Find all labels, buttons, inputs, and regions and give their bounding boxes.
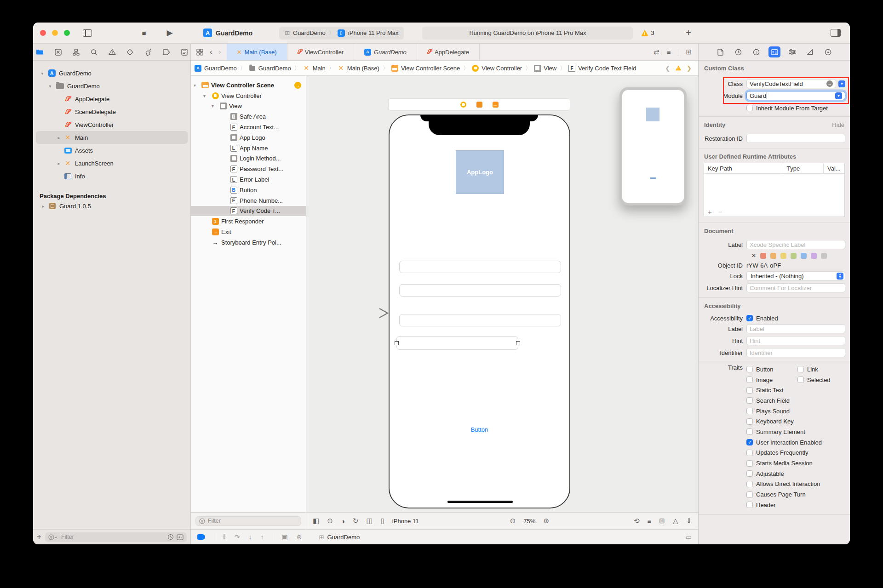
outline-scene[interactable]: ▾ View Controller Scene →: [191, 80, 306, 91]
navigator-toggle-icon[interactable]: [83, 29, 92, 37]
outline-view-controller[interactable]: ▾ View Controller: [191, 91, 306, 101]
swatch-blue[interactable]: [801, 253, 807, 259]
nav-item-project-root[interactable]: ▾ A GuardDemo: [33, 67, 190, 80]
recent-files-icon[interactable]: [167, 534, 174, 540]
interface-builder-canvas[interactable]: → AppLogo Button: [306, 76, 698, 512]
connections-inspector-icon[interactable]: [822, 46, 834, 57]
trait-page-turn-checkbox[interactable]: [746, 491, 753, 498]
disclosure-open-icon[interactable]: ▾: [212, 103, 214, 108]
pause-icon[interactable]: ‖: [223, 533, 226, 541]
memory-graph-icon[interactable]: ⊛: [297, 533, 302, 541]
report-navigator-icon[interactable]: [181, 49, 188, 56]
zoom-out-icon[interactable]: ⊖: [510, 517, 516, 525]
console-toggle-icon[interactable]: ▭: [686, 533, 692, 541]
storyboard-entry-arrow[interactable]: [344, 307, 390, 319]
split-preview-icon[interactable]: ◫: [366, 517, 373, 525]
class-field[interactable]: VerifyCodeTextField →: [746, 79, 836, 88]
outline-password-textfield[interactable]: F Password Text...: [191, 164, 306, 174]
account-textfield[interactable]: [399, 261, 561, 273]
add-attribute-button[interactable]: +: [708, 208, 712, 216]
nav-item-main-storyboard[interactable]: ▸ ✕ Main: [36, 131, 188, 144]
view-controller-icon[interactable]: [460, 102, 466, 108]
swatch-yellow[interactable]: [780, 253, 786, 259]
nav-item-appdelegate[interactable]: 𝓢 AppDelegate: [33, 92, 190, 105]
column-type[interactable]: Type: [783, 163, 824, 173]
column-key-path[interactable]: Key Path: [704, 163, 783, 173]
nav-item-launchscreen[interactable]: ▸ ✕ LaunchScreen: [33, 157, 190, 170]
a11y-hint-field[interactable]: Hint: [746, 336, 845, 345]
trait-adjustable-checkbox[interactable]: [746, 470, 753, 477]
source-control-status-icon[interactable]: [177, 534, 183, 540]
tab-appdelegate[interactable]: 𝓢 AppDelegate: [417, 44, 480, 60]
disclosure-closed-icon[interactable]: ▸: [56, 161, 62, 166]
minimize-button[interactable]: [52, 30, 58, 36]
warning-badge[interactable]: 3: [641, 29, 654, 36]
navigator-filter-input[interactable]: Filter: [45, 532, 187, 542]
resize-handle-left[interactable]: [395, 341, 399, 345]
code-review-icon[interactable]: ⇄: [654, 48, 659, 56]
outline-filter-input[interactable]: Filter: [195, 516, 301, 526]
new-tab-button[interactable]: +: [682, 28, 694, 38]
trait-header-checkbox[interactable]: [746, 502, 753, 508]
outline-login-method[interactable]: Login Method...: [191, 154, 306, 164]
trait-plays-sound-checkbox[interactable]: [746, 408, 753, 414]
resolve-layout-icon[interactable]: △: [673, 517, 678, 525]
trait-link-checkbox[interactable]: [797, 366, 804, 372]
stop-button[interactable]: ■: [138, 29, 150, 37]
outline-button[interactable]: B Button: [191, 185, 306, 195]
tab-guarddemo[interactable]: A GuardDemo: [354, 44, 417, 60]
add-constraints-icon[interactable]: ⊞: [659, 517, 665, 525]
crumb-verify-code-field[interactable]: FVerify Code Text Field: [568, 65, 636, 72]
swatch-gray[interactable]: [821, 253, 827, 259]
view-controller-scene[interactable]: AppLogo Button: [389, 114, 570, 508]
debug-navigator-icon[interactable]: [144, 49, 151, 56]
warning-icon[interactable]: [676, 65, 682, 70]
nav-item-assets[interactable]: Assets: [33, 144, 190, 157]
module-field[interactable]: Guard ▾: [746, 91, 845, 100]
lock-dropdown[interactable]: Inherited - (Nothing) ▲▼: [746, 271, 845, 281]
trait-keyboard-key-checkbox[interactable]: [746, 418, 753, 425]
crumb-view-controller[interactable]: View Controller: [472, 65, 522, 72]
zoom-in-icon[interactable]: ⊕: [543, 517, 549, 525]
nav-item-info[interactable]: Info: [33, 170, 190, 183]
swatch-green[interactable]: [791, 253, 797, 259]
scheme-selector[interactable]: ⊞ GuardDemo 〉 ▯ iPhone 11 Pro Max: [279, 27, 404, 40]
exit-icon[interactable]: →: [493, 102, 499, 108]
app-logo-imageview[interactable]: AppLogo: [456, 150, 504, 194]
inherit-module-checkbox[interactable]: [746, 105, 753, 111]
device-preview-thumbnail[interactable]: [619, 87, 687, 206]
trait-user-interaction-checkbox[interactable]: [746, 439, 753, 445]
next-issue-icon[interactable]: ❯: [687, 65, 692, 72]
no-color-button[interactable]: ✕: [751, 252, 756, 259]
hide-outline-icon[interactable]: ◧: [313, 517, 319, 525]
swatch-red[interactable]: [760, 253, 766, 259]
scene-dock[interactable]: →: [388, 98, 570, 111]
disclosure-open-icon[interactable]: ▾: [203, 93, 206, 98]
crumb-main[interactable]: ✕Main: [303, 65, 326, 72]
crumb-group[interactable]: GuardDemo: [249, 65, 291, 72]
go-arrow-icon[interactable]: →: [294, 82, 301, 89]
help-inspector-icon[interactable]: ?: [751, 46, 763, 57]
resize-handle-right[interactable]: [516, 341, 520, 345]
login-button[interactable]: Button: [390, 426, 569, 433]
trait-selected-checkbox[interactable]: [797, 377, 804, 383]
hide-button[interactable]: Hide: [832, 121, 844, 128]
outline-entry-point[interactable]: → Storyboard Entry Poi...: [191, 237, 306, 248]
align-icon[interactable]: ≡: [648, 517, 652, 525]
identity-inspector-icon[interactable]: [768, 46, 780, 57]
tab-viewcontroller[interactable]: 𝓢 ViewController: [287, 44, 354, 60]
file-inspector-icon[interactable]: [715, 46, 727, 57]
source-control-navigator-icon[interactable]: [55, 49, 62, 56]
view-hierarchy-icon[interactable]: ▣: [282, 533, 288, 541]
inspector-toggle-icon[interactable]: [831, 29, 841, 37]
update-frames-icon[interactable]: ⟲: [634, 517, 640, 525]
outline-app-logo[interactable]: App Logo: [191, 132, 306, 143]
appearance-icon[interactable]: ◑: [341, 517, 345, 525]
swatch-purple[interactable]: [811, 253, 817, 259]
first-responder-icon[interactable]: [476, 102, 482, 108]
orientation-icon[interactable]: ↻: [353, 517, 359, 525]
accessibility-preview-icon[interactable]: ⊙: [327, 517, 333, 525]
history-inspector-icon[interactable]: [733, 46, 745, 57]
trait-updates-frequently-checkbox[interactable]: [746, 450, 753, 456]
add-file-button[interactable]: +: [37, 532, 41, 542]
